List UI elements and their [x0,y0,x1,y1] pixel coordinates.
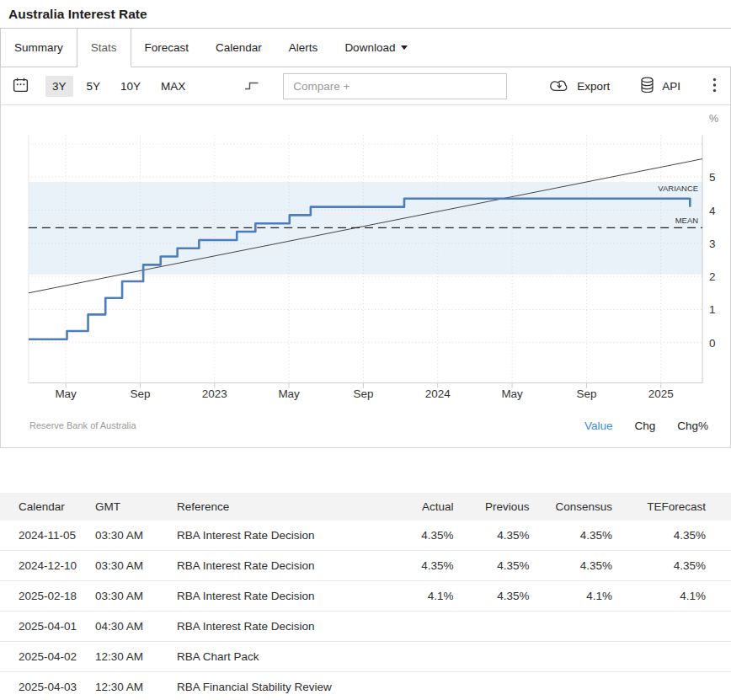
export-button[interactable]: Export [549,77,610,94]
tab-calendar[interactable]: Calendar [202,29,275,67]
chart-card: 3Y 5Y 10Y MAX Exp [0,67,731,448]
calendar-table: Calendar GMT Reference Actual Previous C… [0,493,731,700]
y-tick-label: 3 [709,238,715,250]
cell-reference: RBA Interest Rate Decision [168,551,395,581]
page-title: Australia Interest Rate [0,0,731,28]
x-tick-label: Sep [130,387,150,400]
chart-toolbar: 3Y 5Y 10Y MAX Exp [1,67,730,105]
x-tick-label: May [501,387,523,400]
cell-calendar: 2024-12-10 [0,551,87,581]
step-line-chart-icon [244,79,259,94]
tab-download[interactable]: Download [331,29,421,67]
cell-actual [395,672,471,700]
table-row[interactable]: 2025-04-0212:30 AMRBA Chart Pack [0,642,731,672]
y-tick-label: 2 [709,270,715,283]
chg-pct-link[interactable]: Chg% [677,419,708,432]
cell-calendar: 2024-11-05 [0,521,87,551]
table-header-row: Calendar GMT Reference Actual Previous C… [0,493,731,521]
toolbar-right-group: Export API [549,77,718,96]
cell-calendar: 2025-02-18 [0,581,87,612]
kebab-menu-button[interactable] [712,77,717,95]
cell-previous: 4.35% [471,551,547,581]
database-icon [640,77,654,96]
compare-input[interactable] [283,73,507,99]
tab-summary[interactable]: Summary [0,29,77,67]
chevron-down-icon [401,45,408,50]
range-button-max[interactable]: MAX [154,76,192,97]
cell-previous: 4.35% [471,521,547,551]
cell-reference: RBA Interest Rate Decision [168,581,395,612]
value-link[interactable]: Value [584,419,613,432]
cloud-download-icon [549,77,569,94]
range-button-3y[interactable]: 3Y [45,76,73,97]
cell-teforecast [634,612,731,642]
chart-footer: Reserve Bank of Australia Value Chg Chg% [1,407,730,447]
col-header-previous: Previous [471,493,547,521]
mean-label: MEAN [675,216,699,225]
kebab-menu-icon [712,77,717,95]
cell-gmt: 03:30 AM [87,581,168,612]
cell-calendar: 2025-04-01 [0,612,87,642]
col-header-teforecast: TEForecast [634,493,731,521]
calendar-table-body: 2024-11-0503:30 AMRBA Interest Rate Deci… [0,521,731,700]
cell-previous [471,672,547,700]
col-header-calendar: Calendar [0,493,87,521]
chart-type-button[interactable] [244,79,259,94]
cell-teforecast [634,672,731,700]
cell-consensus [547,612,634,642]
cell-gmt: 12:30 AM [87,672,168,700]
tab-forecast[interactable]: Forecast [131,29,203,67]
table-row[interactable]: 2025-02-1803:30 AMRBA Interest Rate Deci… [0,581,731,612]
cell-consensus: 4.1% [547,581,634,612]
col-header-reference: Reference [168,493,395,521]
rate-chart-svg: VARIANCEMEAN012345%MaySep2023MaySep2024M… [1,105,730,404]
cell-teforecast: 4.1% [634,581,731,612]
table-row[interactable]: 2024-12-1003:30 AMRBA Interest Rate Deci… [0,551,731,581]
cell-gmt: 03:30 AM [87,551,168,581]
col-header-actual: Actual [395,493,471,521]
range-button-10y[interactable]: 10Y [114,76,147,97]
col-header-consensus: Consensus [547,493,634,521]
cell-actual [395,642,471,672]
calendar-icon [13,77,29,95]
x-tick-label: 2025 [648,387,674,400]
y-tick-label: 1 [709,303,715,316]
source-label: Reserve Bank of Australia [29,420,136,430]
y-tick-label: 0 [709,337,715,350]
x-tick-label: 2024 [425,387,451,400]
cell-previous: 4.35% [471,581,547,612]
cell-reference: RBA Interest Rate Decision [168,612,395,642]
range-button-group: 3Y 5Y 10Y MAX [42,76,195,97]
cell-gmt: 03:30 AM [87,521,168,551]
x-tick-label: May [55,387,77,400]
table-row[interactable]: 2025-04-0104:30 AMRBA Interest Rate Deci… [0,612,731,642]
cell-calendar: 2025-04-02 [0,642,87,672]
cell-consensus: 4.35% [547,551,634,581]
cell-consensus [547,672,634,700]
chart-area[interactable]: VARIANCEMEAN012345%MaySep2023MaySep2024M… [1,105,730,407]
cell-actual [395,612,471,642]
cell-actual: 4.35% [395,521,471,551]
table-row[interactable]: 2025-04-0312:30 AMRBA Financial Stabilit… [0,672,731,700]
cell-previous [471,642,547,672]
table-row[interactable]: 2024-11-0503:30 AMRBA Interest Rate Deci… [0,521,731,551]
tab-alerts[interactable]: Alerts [275,29,332,67]
tab-stats[interactable]: Stats [77,29,131,67]
x-tick-label: Sep [576,387,596,400]
unit-label: % [709,113,718,125]
range-button-5y[interactable]: 5Y [80,76,108,97]
api-button[interactable]: API [640,77,680,96]
calendar-range-button[interactable] [13,77,29,95]
col-header-gmt: GMT [87,493,168,521]
cell-actual: 4.35% [395,551,471,581]
tab-bar: Summary Stats Forecast Calendar Alerts D… [0,28,731,67]
export-label: Export [577,80,610,93]
api-label: API [662,80,680,93]
y-tick-label: 4 [709,205,716,217]
chg-link[interactable]: Chg [634,419,655,432]
x-tick-label: Sep [353,387,373,400]
cell-teforecast: 4.35% [634,551,731,581]
cell-gmt: 12:30 AM [87,642,168,672]
y-tick-label: 5 [709,171,715,184]
calendar-table-section: Calendar GMT Reference Actual Previous C… [0,493,731,700]
